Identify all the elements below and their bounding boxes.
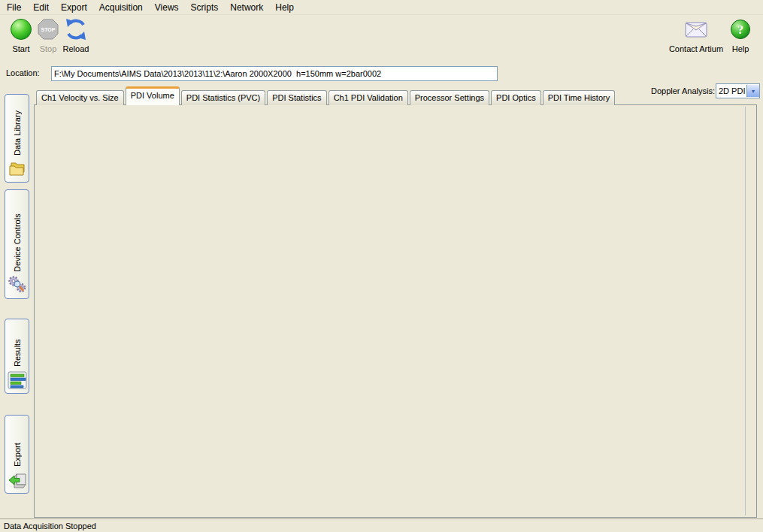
location-input[interactable] [51,66,498,81]
sidebar-item-results[interactable]: Results [5,319,29,394]
contact-artium-label: Contact Artium [669,44,723,53]
tab-ch1-velocity-vs-size[interactable]: Ch1 Velocity vs. Size [36,90,124,105]
chevron-down-icon[interactable]: ▼ [746,85,759,97]
sidebar-item-label: Data Library [13,101,22,156]
help-button[interactable]: ? Help [724,17,757,53]
tab-pdi-optics[interactable]: PDI Optics [491,90,541,105]
reload-icon [64,17,88,42]
help-label: Help [732,44,749,53]
tab-processor-settings[interactable]: Processor Settings [410,90,489,105]
menu-bar: FileEditExportAcquisitionViewsScriptsNet… [0,0,763,15]
doppler-analysis-label: Doppler Analysis: [651,86,715,95]
menu-item-network[interactable]: Network [230,2,263,13]
menu-item-acquisition[interactable]: Acquisition [99,2,143,13]
sidebar-item-export[interactable]: Export [5,415,29,494]
tab-ch1-pdi-validation[interactable]: Ch1 PDI Validation [329,90,408,105]
svg-text:?: ? [737,23,743,36]
status-text: Data Acquisition Stopped [4,521,96,530]
doppler-analysis-select[interactable]: 2D PDI ▼ [716,83,760,98]
help-icon: ? [729,17,752,42]
menu-item-views[interactable]: Views [155,2,179,13]
contact-artium-button[interactable]: Contact Artium [665,17,728,53]
tab-pdi-time-history[interactable]: PDI Time History [543,90,616,105]
reload-button[interactable]: Reload [52,17,100,53]
tab-pdi-statistics[interactable]: PDI Statistics [267,90,326,105]
sidebar-item-label: Export [13,422,22,467]
gears-icon [8,275,27,295]
doppler-analysis-value: 2D PDI [716,86,746,95]
tab-pdi-statistics-pvc[interactable]: PDI Statistics (PVC) [181,90,265,105]
sidebar-item-label: Results [13,325,22,367]
toolbar: Start STOP Stop Reload [0,15,763,63]
sidebar-item-device-controls[interactable]: Device Controls [5,189,29,299]
sidebar: Data LibraryDevice ControlsResultsExport [0,84,34,518]
mail-icon [684,17,708,42]
menu-item-file[interactable]: File [7,2,21,13]
sidebar-item-data-library[interactable]: Data Library [5,94,29,183]
location-row: Location: [0,66,763,81]
folder-icon [8,159,27,178]
location-label: Location: [6,68,40,77]
menu-item-scripts[interactable]: Scripts [191,2,219,13]
tab-strip: Ch1 Velocity vs. SizePDI VolumePDI Stati… [36,89,616,105]
menu-item-export[interactable]: Export [61,2,87,13]
chart-icon [8,370,27,389]
panel-edge [745,107,746,515]
sidebar-item-label: Device Controls [13,196,22,272]
menu-item-help[interactable]: Help [275,2,294,13]
tab-pdi-volume[interactable]: PDI Volume [126,86,180,105]
menu-item-edit[interactable]: Edit [33,2,49,13]
reload-label: Reload [63,44,89,53]
export-icon [8,470,27,489]
tab-page [34,104,757,518]
status-bar: Data Acquisition Stopped [0,518,763,532]
